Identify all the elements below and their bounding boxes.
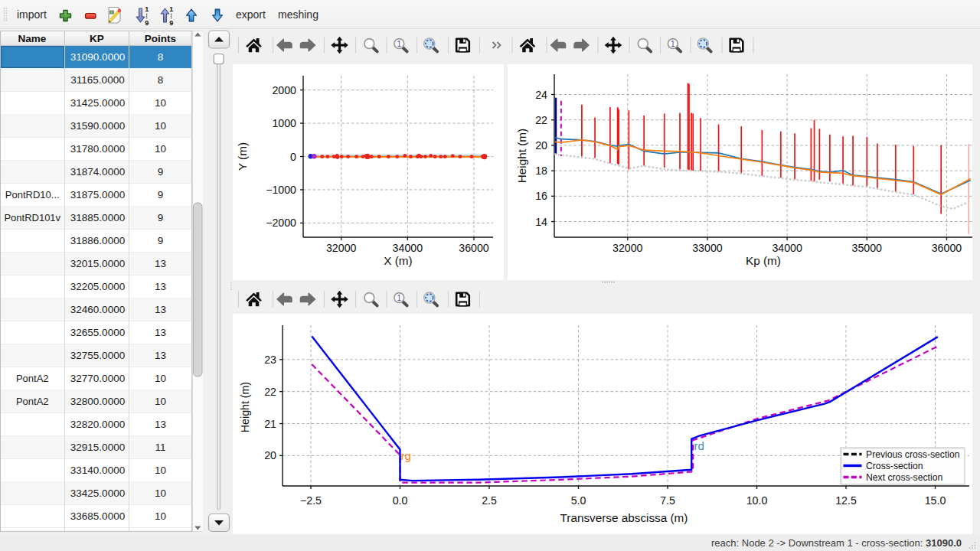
svg-text:Y (m): Y (m) [236, 142, 249, 171]
svg-text:33140.0000: 33140.0000 [70, 465, 125, 476]
svg-text:13: 13 [155, 419, 166, 430]
svg-text:32655.0000: 32655.0000 [70, 327, 125, 338]
svg-text:31165.0000: 31165.0000 [70, 74, 124, 86]
svg-text:36000: 36000 [932, 242, 962, 254]
svg-text:36000: 36000 [459, 242, 489, 254]
svg-text:20: 20 [535, 139, 547, 152]
svg-text:Height (m): Height (m) [515, 129, 528, 183]
svg-text:rg: rg [401, 449, 411, 462]
svg-text:−2000: −2000 [266, 217, 296, 229]
svg-text:Kp (m): Kp (m) [746, 254, 781, 267]
svg-text:PontA2: PontA2 [16, 373, 49, 384]
svg-text:X (m): X (m) [384, 254, 412, 267]
svg-text:10: 10 [155, 143, 166, 155]
svg-text:21: 21 [264, 418, 276, 430]
svg-text:1: 1 [397, 294, 402, 302]
svg-text:31090.0000: 31090.0000 [70, 51, 125, 63]
svg-text:reach: Node 2 -> Downstream 1: reach: Node 2 -> Downstream 1 - cross-se… [711, 537, 962, 549]
svg-text:9: 9 [158, 166, 164, 178]
svg-text:PontRD101v: PontRD101v [4, 212, 60, 223]
svg-text:32820.0000: 32820.0000 [70, 419, 125, 430]
svg-text:rd: rd [694, 439, 704, 452]
svg-text:10: 10 [155, 510, 166, 522]
svg-text:10: 10 [155, 373, 166, 384]
svg-text:13: 13 [155, 327, 166, 338]
svg-text:31425.0000: 31425.0000 [70, 97, 125, 109]
svg-text:0.0: 0.0 [393, 494, 408, 507]
svg-text:12.5: 12.5 [835, 494, 857, 507]
svg-text:2.5: 2.5 [482, 494, 497, 507]
svg-text:2000: 2000 [272, 84, 296, 96]
svg-text:15.0: 15.0 [925, 494, 946, 507]
svg-text:31875.0000: 31875.0000 [70, 189, 125, 201]
svg-text:9: 9 [158, 235, 164, 246]
svg-text:13: 13 [155, 304, 166, 315]
svg-text:13: 13 [155, 350, 166, 361]
svg-text:10: 10 [155, 487, 166, 499]
svg-text:23: 23 [264, 354, 276, 366]
svg-text:Next cross-section: Next cross-section [866, 472, 942, 483]
svg-text:13: 13 [155, 258, 166, 269]
svg-text:1: 1 [145, 5, 149, 13]
svg-text:34000: 34000 [772, 242, 802, 254]
svg-text:35000: 35000 [852, 242, 883, 254]
svg-text:33000: 33000 [692, 242, 723, 254]
svg-text:22: 22 [264, 386, 276, 398]
svg-text:31590.0000: 31590.0000 [70, 120, 125, 132]
svg-text:32915.0000: 32915.0000 [70, 442, 125, 453]
svg-text:8: 8 [158, 74, 164, 86]
svg-text:−1000: −1000 [266, 184, 296, 196]
svg-text:import: import [17, 8, 47, 21]
svg-text:0: 0 [290, 151, 296, 163]
svg-text:9: 9 [169, 19, 173, 27]
svg-text:13: 13 [155, 281, 166, 292]
svg-text:−2.5: −2.5 [300, 494, 322, 507]
svg-text:14: 14 [535, 216, 547, 228]
svg-text:11: 11 [155, 442, 165, 453]
svg-text:10: 10 [155, 465, 166, 476]
svg-text:24: 24 [535, 89, 547, 101]
svg-text:10: 10 [155, 120, 166, 132]
svg-text:7.5: 7.5 [660, 494, 675, 507]
svg-text:KP: KP [90, 33, 104, 44]
svg-text:1: 1 [169, 5, 173, 13]
svg-text:9: 9 [158, 212, 164, 223]
svg-text:1000: 1000 [272, 117, 296, 129]
svg-text:9: 9 [145, 19, 149, 27]
svg-text:5.0: 5.0 [571, 494, 586, 507]
svg-text:Name: Name [18, 33, 47, 44]
svg-text:16: 16 [535, 190, 547, 202]
svg-text:32800.0000: 32800.0000 [70, 396, 125, 407]
svg-text:32755.0000: 32755.0000 [70, 350, 125, 361]
svg-text:31874.0000: 31874.0000 [70, 166, 125, 178]
svg-text:8: 8 [158, 51, 164, 63]
svg-text:PontRD10...: PontRD10... [5, 189, 60, 201]
svg-text:32000: 32000 [612, 242, 643, 254]
svg-text:10: 10 [155, 97, 166, 109]
svg-text:meshing: meshing [278, 8, 318, 21]
svg-text:PontA2: PontA2 [16, 396, 49, 407]
svg-text:34000: 34000 [393, 242, 423, 254]
svg-text:22: 22 [535, 114, 547, 126]
svg-text:export: export [236, 8, 266, 21]
svg-text:33425.0000: 33425.0000 [70, 487, 125, 499]
svg-text:32460.0000: 32460.0000 [70, 304, 125, 315]
svg-text:Cross-section: Cross-section [866, 461, 923, 471]
svg-text:18: 18 [535, 165, 547, 177]
svg-text:10: 10 [155, 396, 166, 407]
svg-text:20: 20 [264, 449, 276, 461]
svg-text:33685.0000: 33685.0000 [70, 510, 125, 522]
svg-text:31885.0000: 31885.0000 [70, 212, 125, 223]
svg-text:Height (m): Height (m) [239, 382, 251, 432]
svg-text:9: 9 [158, 189, 164, 201]
svg-text:32015.0000: 32015.0000 [70, 258, 125, 269]
svg-text:32205.0000: 32205.0000 [70, 281, 125, 292]
svg-text:32000: 32000 [326, 242, 357, 254]
svg-text:10.0: 10.0 [746, 494, 768, 507]
svg-text:Points: Points [145, 33, 176, 44]
svg-text:1: 1 [671, 40, 675, 48]
svg-text:32770.0000: 32770.0000 [70, 373, 125, 384]
svg-text:31780.0000: 31780.0000 [70, 143, 125, 155]
svg-text:Previous cross-section: Previous cross-section [866, 449, 960, 460]
svg-text:31886.0000: 31886.0000 [70, 235, 125, 246]
